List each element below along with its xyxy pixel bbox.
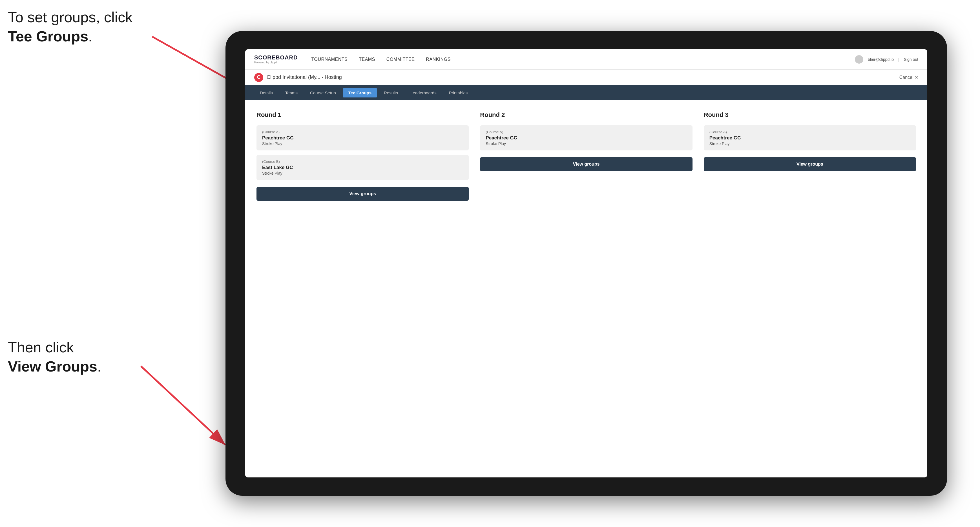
round-2-course-a-name: Peachtree GC — [486, 135, 687, 141]
user-email: blair@clippd.io — [868, 57, 894, 62]
instruction-top: To set groups, click Tee Groups. — [8, 8, 132, 46]
logo-sub: Powered by clippit — [254, 61, 277, 64]
nav-tournaments[interactable]: TOURNAMENTS — [311, 57, 347, 62]
tablet: SCOREBOARD Powered by clippit TOURNAMENT… — [226, 31, 947, 496]
sub-header: C Clippd Invitational (My... · Hosting C… — [245, 70, 927, 85]
round-3-course-a-format: Stroke Play — [710, 141, 910, 146]
round-1-view-groups-button[interactable]: View groups — [256, 187, 469, 201]
round-3-course-a-name: Peachtree GC — [710, 135, 910, 141]
round-1-course-b-label: (Course B) — [262, 159, 463, 163]
user-avatar — [855, 55, 863, 63]
svg-line-2 — [141, 366, 226, 445]
logo-area: SCOREBOARD Powered by clippit — [254, 55, 298, 64]
instruction-top-suffix: . — [88, 28, 92, 44]
instruction-bottom-bold: View Groups — [8, 358, 97, 375]
nav-right: blair@clippd.io | Sign out — [855, 55, 918, 63]
tab-leaderboards[interactable]: Leaderboards — [405, 88, 442, 97]
round-2-column: Round 2 (Course A) Peachtree GC Stroke P… — [480, 111, 692, 201]
cancel-button[interactable]: Cancel ✕ — [899, 75, 918, 80]
nav-rankings[interactable]: RANKINGS — [426, 57, 451, 62]
instruction-top-bold: Tee Groups — [8, 28, 88, 44]
tournament-logo: C — [254, 73, 263, 82]
round-2-title: Round 2 — [480, 111, 692, 119]
round-1-course-b: (Course B) East Lake GC Stroke Play — [256, 155, 469, 180]
round-3-column: Round 3 (Course A) Peachtree GC Stroke P… — [704, 111, 916, 201]
sign-out-link[interactable]: Sign out — [904, 57, 918, 62]
round-1-course-b-format: Stroke Play — [262, 171, 463, 176]
tournament-name: Clippd Invitational (My... · Hosting — [267, 75, 899, 80]
round-1-course-a-format: Stroke Play — [262, 141, 463, 146]
tab-details[interactable]: Details — [254, 88, 278, 97]
round-2-course-a-format: Stroke Play — [486, 141, 687, 146]
round-2-view-groups-button[interactable]: View groups — [480, 157, 692, 171]
main-content: Round 1 (Course A) Peachtree GC Stroke P… — [245, 100, 927, 478]
round-3-course-a: (Course A) Peachtree GC Stroke Play — [704, 125, 916, 151]
nav-teams[interactable]: TEAMS — [359, 57, 375, 62]
tablet-screen: SCOREBOARD Powered by clippit TOURNAMENT… — [245, 49, 927, 478]
round-1-course-b-name: East Lake GC — [262, 165, 463, 170]
tabs-bar: Details Teams Course Setup Tee Groups Re… — [245, 85, 927, 100]
nav-links: TOURNAMENTS TEAMS COMMITTEE RANKINGS — [311, 57, 854, 62]
tab-results[interactable]: Results — [378, 88, 404, 97]
instruction-bottom-line1: Then click — [8, 339, 74, 356]
navbar: SCOREBOARD Powered by clippit TOURNAMENT… — [245, 49, 927, 70]
instruction-bottom: Then click View Groups. — [8, 338, 101, 376]
round-3-course-a-label: (Course A) — [710, 130, 910, 134]
instruction-top-line1: To set groups, click — [8, 9, 132, 25]
logo-text: SCOREBOARD — [254, 55, 298, 60]
round-1-column: Round 1 (Course A) Peachtree GC Stroke P… — [256, 111, 469, 201]
round-1-course-a: (Course A) Peachtree GC Stroke Play — [256, 125, 469, 151]
instruction-bottom-suffix: . — [97, 358, 101, 375]
round-1-title: Round 1 — [256, 111, 469, 119]
round-3-view-groups-button[interactable]: View groups — [704, 157, 916, 171]
tab-course-setup[interactable]: Course Setup — [304, 88, 342, 97]
round-2-course-a: (Course A) Peachtree GC Stroke Play — [480, 125, 692, 151]
round-1-course-a-name: Peachtree GC — [262, 135, 463, 141]
nav-committee[interactable]: COMMITTEE — [387, 57, 415, 62]
tab-teams[interactable]: Teams — [280, 88, 303, 97]
rounds-grid: Round 1 (Course A) Peachtree GC Stroke P… — [256, 111, 916, 201]
round-3-title: Round 3 — [704, 111, 916, 119]
round-1-course-a-label: (Course A) — [262, 130, 463, 134]
tab-printables[interactable]: Printables — [443, 88, 474, 97]
tab-tee-groups[interactable]: Tee Groups — [343, 88, 377, 97]
round-2-course-a-label: (Course A) — [486, 130, 687, 134]
